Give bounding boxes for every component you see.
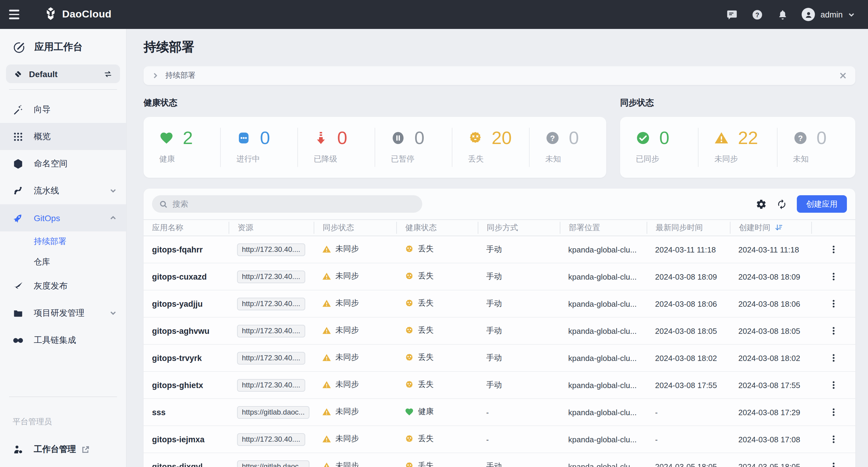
sidebar-subitem-continuous-deployment[interactable]: 持续部署 <box>0 231 126 252</box>
row-actions-kebab-icon[interactable] <box>828 379 839 391</box>
sidebar-item-label: GitOps <box>34 213 60 223</box>
column-header-health-status[interactable]: 健康状态 <box>396 222 478 234</box>
sync-section-title: 同步状态 <box>620 98 654 108</box>
refresh-icon[interactable] <box>776 199 787 209</box>
feedback-icon[interactable] <box>726 8 738 21</box>
column-header-sync-status[interactable]: 同步状态 <box>314 222 396 234</box>
resource-chip[interactable]: http://172.30.40.... <box>237 379 305 391</box>
main-content: 持续部署 持续部署 健康状态 同步状态 2 健康 <box>127 29 868 467</box>
table-row[interactable]: gitops-iejmxa http://172.30.40.... 未同步 丢… <box>144 426 855 453</box>
row-actions-kebab-icon[interactable] <box>828 325 839 336</box>
column-header-sync-method[interactable]: 同步方式 <box>478 222 560 234</box>
app-name-link[interactable]: gitops-dixgvl <box>152 462 203 467</box>
daocloud-logo-icon <box>44 7 57 22</box>
stat-label: 未同步 <box>714 154 777 165</box>
switch-workspace-icon[interactable] <box>103 69 113 79</box>
notifications-bell-icon[interactable] <box>776 8 788 21</box>
menu-toggle-icon[interactable] <box>9 7 25 22</box>
search-input[interactable] <box>173 199 402 208</box>
app-name-link[interactable]: sss <box>152 408 165 417</box>
app-window: DaoCloud ? admin <box>0 0 868 467</box>
app-name-link[interactable]: gitops-ghietx <box>152 380 203 390</box>
column-header-location[interactable]: 部署位置 <box>560 222 647 234</box>
workspace-icon <box>13 69 23 79</box>
sidebar-item-label: 灰度发布 <box>34 280 67 291</box>
app-name-link[interactable]: gitops-yadjju <box>152 299 203 308</box>
created-time: 2024-03-11 11:18 <box>738 245 799 254</box>
resource-chip[interactable]: http://172.30.40.... <box>237 243 305 256</box>
sort-descending-icon[interactable] <box>775 224 783 232</box>
resource-chip[interactable]: http://172.30.40.... <box>237 352 305 364</box>
last-sync-time: 2024-03-08 17:55 <box>655 380 717 390</box>
row-actions-kebab-icon[interactable] <box>828 244 839 255</box>
stat-value: 0 <box>569 129 579 147</box>
sidebar-item-gray-release[interactable]: 灰度发布 <box>0 272 126 299</box>
search-box[interactable] <box>152 195 422 213</box>
row-actions-kebab-icon[interactable] <box>828 271 839 282</box>
workspace-selector[interactable]: Default <box>6 64 120 83</box>
row-actions-kebab-icon[interactable] <box>828 407 839 418</box>
column-header-last-sync[interactable]: 最新同步时间 <box>647 222 730 234</box>
user-menu[interactable]: admin <box>802 8 855 21</box>
brand-name: DaoCloud <box>62 8 112 21</box>
paused-icon <box>391 131 405 145</box>
sidebar-item-gitops[interactable]: GitOps <box>0 204 126 231</box>
resource-chip[interactable]: http://172.30.40.... <box>237 433 305 445</box>
chevron-right-icon[interactable] <box>152 72 159 79</box>
sidebar-item-workbench-management[interactable]: 工作台管理 <box>0 437 126 462</box>
last-sync-time: 2024-03-08 18:02 <box>655 354 717 362</box>
sidebar-item-overview[interactable]: 概览 <box>0 123 126 150</box>
sync-status-label: 未同步 <box>335 325 359 336</box>
app-name-link[interactable]: gitops-trvyrk <box>152 354 202 362</box>
sync-method: 手动 <box>486 245 502 254</box>
column-header-app-name[interactable]: 应用名称 <box>144 222 228 234</box>
cube-icon <box>13 158 24 169</box>
stat-label: 未知 <box>793 154 855 165</box>
created-time: 2024-03-08 18:05 <box>738 326 800 335</box>
wand-icon <box>13 104 24 115</box>
help-icon[interactable]: ? <box>751 8 763 21</box>
app-name-link[interactable]: gitops-aghvwu <box>152 326 210 335</box>
resource-chip[interactable]: http://172.30.40.... <box>237 297 305 310</box>
table-row[interactable]: gitops-dixgvl https://gitlab.daoc... 未同步… <box>144 453 855 467</box>
column-label: 同步方式 <box>487 222 518 233</box>
stat-healthy: 2 健康 <box>144 128 221 167</box>
avatar <box>802 8 815 21</box>
table-row[interactable]: gitops-aghvwu http://172.30.40.... 未同步 丢… <box>144 318 855 345</box>
app-name-link[interactable]: gitops-cuxazd <box>152 272 207 281</box>
sidebar-item-pipeline[interactable]: 流水线 <box>0 177 126 204</box>
sidebar-item-wizard[interactable]: 向导 <box>0 96 126 123</box>
table-row[interactable]: gitops-ghietx http://172.30.40.... 未同步 丢… <box>144 372 855 399</box>
resource-chip[interactable]: https://gitlab.daoc... <box>237 460 309 467</box>
sync-method: 手动 <box>486 272 502 281</box>
app-name-link[interactable]: gitops-iejmxa <box>152 435 205 444</box>
row-actions-kebab-icon[interactable] <box>828 353 839 363</box>
table-row[interactable]: sss https://gitlab.daoc... 未同步 健康 - kpan… <box>144 399 855 426</box>
resource-chip[interactable]: http://172.30.40.... <box>237 325 305 337</box>
close-icon[interactable] <box>839 72 847 79</box>
resource-chip[interactable]: http://172.30.40.... <box>237 270 305 283</box>
column-header-resource[interactable]: 资源 <box>228 222 314 234</box>
resource-chip[interactable]: https://gitlab.daoc... <box>237 406 309 419</box>
last-sync-time: 2024-03-08 18:06 <box>655 299 717 308</box>
sidebar-subitem-repository[interactable]: 仓库 <box>0 252 126 272</box>
health-status-label: 丢失 <box>418 271 434 282</box>
table-row[interactable]: gitops-cuxazd http://172.30.40.... 未同步 丢… <box>144 263 855 291</box>
create-app-button[interactable]: 创建应用 <box>797 195 847 213</box>
table-row[interactable]: gitops-yadjju http://172.30.40.... 未同步 丢… <box>144 291 855 318</box>
sidebar-item-project-management[interactable]: 项目研发管理 <box>0 299 126 327</box>
column-label: 应用名称 <box>152 222 183 233</box>
gear-icon[interactable] <box>756 199 767 209</box>
app-name-link[interactable]: gitops-fqahrr <box>152 245 203 254</box>
row-actions-kebab-icon[interactable] <box>828 461 839 467</box>
sidebar-item-toolchain[interactable]: 工具链集成 <box>0 327 126 354</box>
applications-table-panel: 创建应用 应用名称 资源 同步状态 健康状态 同步方式 部署位置 最新同步时间 … <box>144 189 855 467</box>
row-actions-kebab-icon[interactable] <box>828 434 839 445</box>
row-actions-kebab-icon[interactable] <box>828 298 839 309</box>
stat-label: 丢失 <box>468 154 529 165</box>
sidebar-item-label: 工具链集成 <box>34 335 76 345</box>
column-header-created[interactable]: 创建时间 <box>730 222 811 234</box>
table-row[interactable]: gitops-fqahrr http://172.30.40.... 未同步 丢… <box>144 236 855 263</box>
table-row[interactable]: gitops-trvyrk http://172.30.40.... 未同步 丢… <box>144 345 855 372</box>
sidebar-item-namespace[interactable]: 命名空间 <box>0 150 126 177</box>
